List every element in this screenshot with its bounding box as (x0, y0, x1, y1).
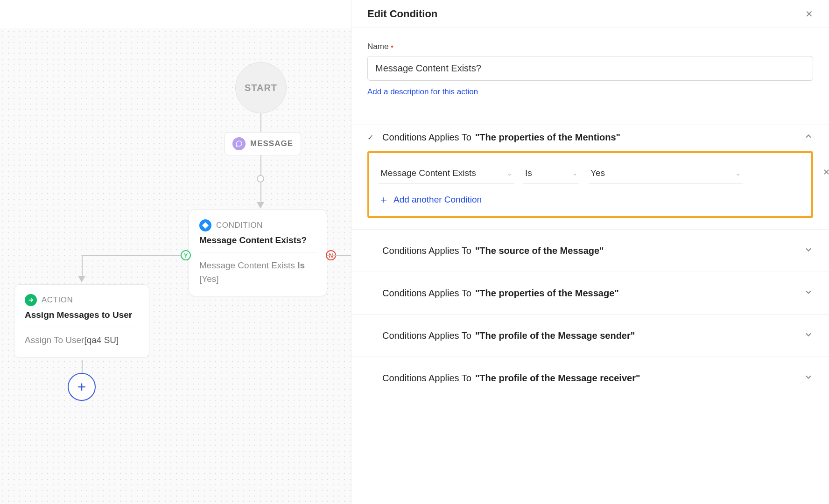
name-label-text: Name (367, 42, 388, 51)
chevron-down-icon: ⌄ (572, 170, 577, 177)
condition-row: Message Content Exists ⌄ Is ⌄ Yes ⌄ (379, 165, 802, 183)
section-header[interactable]: Conditions Applies To "The source of the… (367, 230, 813, 272)
section-target: "The source of the Message" (475, 245, 604, 256)
section-header[interactable]: Conditions Applies To "The properties of… (367, 272, 813, 314)
section-prefix: Conditions Applies To (382, 288, 471, 299)
remove-condition-button[interactable]: ✕ (823, 167, 829, 177)
conditions-section: ✓ Conditions Applies To "The properties … (351, 125, 829, 218)
section-prefix: Conditions Applies To (382, 132, 471, 143)
required-indicator: • (391, 42, 393, 51)
action-icon (25, 294, 37, 306)
message-node[interactable]: MESSAGE (225, 132, 301, 155)
branch-yes-label: Y (184, 252, 188, 259)
condition-operator-value: Is (525, 168, 532, 178)
connector (82, 255, 83, 277)
panel-header: Edit Condition ✕ (351, 0, 829, 28)
condition-editor-highlight: Message Content Exists ⌄ Is ⌄ Yes ⌄ ✕ ＋ … (367, 151, 813, 218)
name-input[interactable] (367, 56, 813, 81)
section-target: "The properties of the Message" (475, 288, 619, 299)
condition-field-value: Message Content Exists (380, 168, 476, 178)
node-type-row: CONDITION (199, 219, 316, 231)
divider (25, 327, 139, 327)
conditions-section: Conditions Applies To "The properties of… (351, 272, 829, 314)
conditions-section: Conditions Applies To "The source of the… (351, 229, 829, 272)
section-prefix: Conditions Applies To (382, 330, 471, 341)
action-title: Assign Messages to User (25, 310, 139, 320)
conditions-section: Conditions Applies To "The profile of th… (351, 314, 829, 357)
section-target: "The profile of the Message sender" (475, 330, 635, 341)
action-detail: Assign To User[qa4 SU] (25, 334, 139, 347)
panel-title: Edit Condition (367, 8, 437, 20)
action-detail-label: Assign To User (25, 335, 84, 345)
chevron-down-icon: ⌄ (507, 170, 512, 177)
section-target: "The properties of the Mentions" (475, 132, 620, 143)
condition-detail: Message Content Exists Is [Yes] (199, 259, 316, 286)
add-condition-button[interactable]: ＋ Add another Condition (379, 193, 802, 207)
connector (82, 360, 83, 374)
section-header[interactable]: ✓ Conditions Applies To "The properties … (367, 125, 813, 149)
add-step-button[interactable]: + (68, 373, 96, 401)
connector-node[interactable] (257, 175, 264, 182)
arrow-icon (257, 202, 264, 209)
check-icon: ✓ (367, 133, 376, 142)
chevron-down-icon: ⌄ (736, 170, 741, 177)
section-target: "The profile of the Message receiver" (475, 373, 640, 384)
branch-yes[interactable]: Y (181, 250, 191, 260)
message-icon (232, 137, 246, 150)
condition-value-select[interactable]: Yes ⌄ (589, 165, 743, 183)
connector (260, 113, 261, 132)
connector (327, 255, 352, 256)
condition-icon (199, 219, 211, 231)
conditions-section: Conditions Applies To "The profile of th… (351, 357, 829, 399)
add-description-link[interactable]: Add a description for this action (367, 87, 478, 97)
detail-value: [Yes] (199, 274, 219, 284)
plus-icon: + (77, 378, 86, 396)
chevron-down-icon (804, 330, 813, 342)
workflow-canvas[interactable]: START MESSAGE CONDITION Message Content … (0, 28, 351, 504)
close-icon[interactable]: ✕ (805, 8, 813, 20)
condition-type-label: CONDITION (216, 221, 263, 230)
chevron-down-icon (804, 287, 813, 299)
message-label: MESSAGE (250, 139, 293, 148)
name-label: Name • (367, 42, 813, 51)
chevron-up-icon (804, 132, 813, 143)
section-header[interactable]: Conditions Applies To "The profile of th… (367, 315, 813, 357)
detail-op: Is (297, 260, 305, 270)
condition-operator-select[interactable]: Is ⌄ (523, 165, 579, 183)
edit-condition-panel: Edit Condition ✕ Name • Add a descriptio… (351, 0, 829, 504)
action-type-label: ACTION (42, 295, 73, 305)
start-node[interactable]: START (235, 62, 287, 113)
arrow-icon (78, 276, 85, 282)
action-node[interactable]: ACTION Assign Messages to User Assign To… (14, 284, 149, 358)
node-type-row: ACTION (25, 294, 139, 306)
plus-icon: ＋ (379, 193, 389, 207)
detail-field: Message Content Exists (199, 260, 295, 270)
action-detail-value: [qa4 SU] (84, 335, 119, 345)
condition-title: Message Content Exists? (199, 235, 316, 245)
divider (199, 252, 316, 252)
connector (82, 255, 181, 256)
section-prefix: Conditions Applies To (382, 245, 471, 256)
section-header[interactable]: Conditions Applies To "The profile of th… (367, 357, 813, 399)
chevron-down-icon (804, 372, 813, 384)
section-prefix: Conditions Applies To (382, 373, 471, 384)
condition-node[interactable]: CONDITION Message Content Exists? Messag… (189, 210, 327, 296)
chevron-down-icon (804, 245, 813, 257)
start-label: START (245, 83, 277, 93)
condition-value-value: Yes (590, 168, 605, 178)
add-condition-label: Add another Condition (393, 195, 482, 205)
condition-field-select[interactable]: Message Content Exists ⌄ (379, 165, 514, 183)
